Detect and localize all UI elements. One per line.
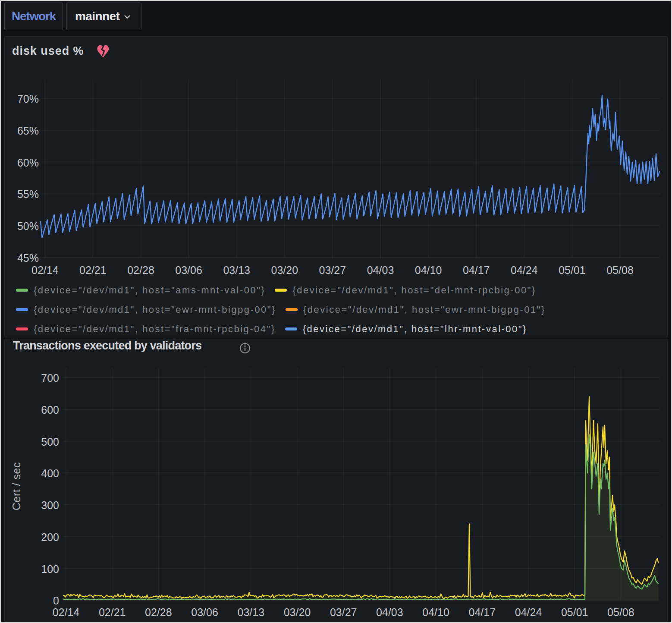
svg-text:04/17: 04/17 — [463, 264, 490, 276]
svg-text:03/06: 03/06 — [175, 264, 202, 276]
svg-text:500: 500 — [41, 436, 59, 448]
svg-text:45%: 45% — [17, 252, 39, 264]
svg-text:02/21: 02/21 — [79, 264, 107, 276]
svg-text:0: 0 — [53, 595, 59, 607]
svg-text:04/03: 04/03 — [367, 264, 394, 276]
svg-text:03/13: 03/13 — [238, 606, 265, 618]
svg-text:02/14: 02/14 — [53, 606, 80, 618]
svg-text:200: 200 — [41, 531, 59, 543]
svg-text:05/08: 05/08 — [607, 606, 634, 618]
svg-text:02/28: 02/28 — [127, 264, 154, 276]
svg-text:300: 300 — [41, 499, 59, 511]
svg-text:03/27: 03/27 — [330, 606, 357, 618]
svg-text:03/20: 03/20 — [284, 606, 311, 618]
svg-text:04/24: 04/24 — [511, 264, 538, 276]
svg-text:05/08: 05/08 — [606, 264, 634, 276]
svg-text:700: 700 — [41, 372, 59, 384]
svg-text:03/27: 03/27 — [319, 264, 346, 276]
svg-text:70%: 70% — [17, 93, 39, 105]
svg-text:05/01: 05/01 — [559, 264, 586, 276]
svg-text:100: 100 — [41, 563, 59, 575]
svg-text:04/24: 04/24 — [515, 606, 542, 618]
svg-text:60%: 60% — [17, 157, 39, 169]
svg-text:03/13: 03/13 — [223, 264, 250, 276]
svg-text:04/10: 04/10 — [422, 606, 449, 618]
svg-text:50%: 50% — [17, 220, 39, 232]
svg-text:02/14: 02/14 — [31, 264, 59, 276]
svg-text:03/20: 03/20 — [271, 264, 298, 276]
svg-text:04/10: 04/10 — [415, 264, 442, 276]
svg-text:Cert / sec: Cert / sec — [10, 462, 22, 510]
svg-text:04/03: 04/03 — [376, 606, 403, 618]
svg-text:55%: 55% — [17, 188, 39, 200]
svg-text:65%: 65% — [17, 125, 39, 137]
svg-text:04/17: 04/17 — [469, 606, 496, 618]
svg-text:05/01: 05/01 — [561, 606, 588, 618]
svg-text:400: 400 — [41, 467, 59, 479]
svg-text:02/21: 02/21 — [99, 606, 126, 618]
svg-text:02/28: 02/28 — [145, 606, 172, 618]
svg-text:600: 600 — [41, 404, 59, 416]
svg-text:03/06: 03/06 — [191, 606, 218, 618]
